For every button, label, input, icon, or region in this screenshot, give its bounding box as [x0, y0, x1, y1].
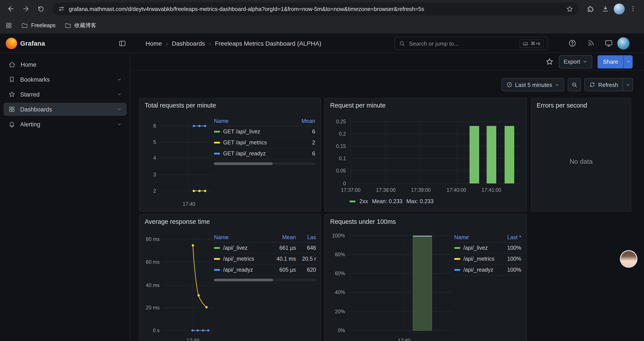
y-tick: 0.15 — [328, 143, 346, 149]
legend-row[interactable]: /api/_metrics 100% — [454, 254, 521, 265]
sidebar-item-bookmarks[interactable]: Bookmarks — [4, 73, 127, 86]
bookmark-freeleaps[interactable]: Freeleaps — [21, 22, 56, 29]
forward-button[interactable] — [19, 2, 32, 15]
grafana-logo[interactable] — [6, 38, 17, 49]
legend-col-name[interactable]: Name — [454, 234, 500, 240]
url-text[interactable]: grafana.mathmast.com/d/deytv4rwavabkb/fr… — [69, 6, 562, 12]
download-icon — [602, 5, 609, 13]
panel-title[interactable]: Request per minute — [330, 102, 386, 109]
address-bar[interactable]: grafana.mathmast.com/d/deytv4rwavabkb/fr… — [52, 3, 579, 15]
panel-title[interactable]: Requests under 100ms — [330, 218, 396, 225]
sidebar-item-dashboards[interactable]: Dashboards — [4, 103, 127, 116]
series-color-yellow — [214, 142, 220, 144]
sidebar-item-label: Starred — [20, 91, 40, 98]
legend-row[interactable]: /api/_readyz 100% — [454, 265, 521, 276]
chevron-down-icon — [555, 82, 560, 87]
legend-row[interactable]: /api/_livez 661 µs 646 — [214, 243, 316, 254]
y-tick: 4 — [142, 155, 156, 161]
extensions-button[interactable] — [584, 2, 597, 15]
reload-button[interactable] — [34, 2, 47, 15]
panel-title[interactable]: Errors per second — [536, 102, 587, 109]
x-tick: 17:37:00 — [337, 187, 365, 193]
legend-row[interactable]: GET /api/_readyz 6 — [214, 148, 315, 159]
panel-total-requests: Total requests per minute 6 5 4 3 2 17:4… — [139, 98, 321, 212]
search-input[interactable] — [409, 40, 516, 47]
refresh-icon — [590, 82, 596, 88]
site-settings-icon[interactable] — [58, 5, 65, 12]
legend-row[interactable]: /api/_metrics 40.1 ms 20.5 r — [214, 254, 316, 265]
breadcrumb-dashboards[interactable]: Dashboards — [172, 34, 205, 53]
time-range-picker[interactable]: Last 5 minutes — [502, 78, 564, 91]
browser-toolbar: grafana.mathmast.com/d/deytv4rwavabkb/fr… — [0, 0, 644, 18]
time-series-chart[interactable] — [159, 122, 213, 197]
scrollbar-thumb[interactable] — [214, 279, 273, 281]
help-button[interactable] — [568, 39, 576, 47]
scrollbar-thumb[interactable] — [214, 162, 273, 165]
time-series-chart[interactable] — [161, 237, 214, 334]
refresh-button[interactable]: Refresh — [584, 78, 623, 91]
share-button[interactable]: Share — [598, 55, 624, 68]
y-tick: 40 ms — [140, 282, 160, 288]
series-mean: 661 µs — [270, 245, 296, 251]
news-button[interactable] — [587, 39, 595, 47]
sidebar-item-home[interactable]: Home — [4, 58, 127, 71]
series-name: GET /api/_metrics — [223, 140, 267, 146]
y-tick: 6 — [142, 123, 156, 129]
bookmark-blog-folder[interactable]: 收藏博客 — [64, 22, 96, 29]
panel-title[interactable]: Total requests per minute — [145, 102, 216, 109]
browser-menu-button[interactable] — [626, 2, 640, 15]
zoom-out-time-button[interactable] — [568, 78, 581, 91]
y-tick: 80 ms — [140, 236, 160, 242]
folder-icon — [64, 22, 71, 29]
bookmarks-bar: Freeleaps 收藏博客 — [0, 18, 644, 34]
y-tick: 60 ms — [140, 259, 160, 265]
legend-col-name[interactable]: Name — [214, 118, 291, 124]
star-outline-icon — [545, 58, 554, 66]
legend-row[interactable]: GET /api/_metrics 2 — [214, 137, 315, 148]
legend-row[interactable]: /api/_livez 100% — [454, 243, 521, 254]
assistant-avatar[interactable] — [621, 251, 636, 267]
legend-scrollbar[interactable] — [214, 279, 316, 281]
reload-icon — [37, 5, 44, 13]
legend-row[interactable]: /api/_readyz 605 µs 620 — [214, 265, 316, 276]
bookmark-star-icon[interactable] — [566, 5, 574, 13]
dashboards-icon — [8, 106, 15, 113]
breadcrumb-home[interactable]: Home — [146, 34, 162, 53]
folder-icon — [21, 22, 28, 29]
favorite-dashboard-button[interactable] — [545, 58, 554, 66]
refresh-interval-button[interactable] — [622, 78, 633, 91]
bar-chart[interactable] — [350, 120, 520, 185]
downloads-button[interactable] — [599, 2, 612, 15]
y-tick: 80% — [326, 251, 345, 258]
export-button[interactable]: Export — [559, 55, 592, 68]
series-name: /api/_livez — [223, 245, 248, 251]
x-tick: 17:40 — [182, 337, 204, 341]
y-tick: 20% — [326, 308, 345, 315]
legend[interactable]: 2xx Mean: 0.233 Max: 0.233 — [350, 198, 434, 204]
legend-col-last[interactable]: Last * — [500, 234, 521, 240]
sidebar-toggle-button[interactable] — [118, 40, 126, 47]
series-name: /api/_metrics — [464, 256, 494, 262]
panel-title[interactable]: Average response time — [145, 218, 210, 225]
legend-scrollbar[interactable] — [214, 162, 315, 165]
legend-col-name[interactable]: Name — [214, 234, 270, 240]
apps-grid-button[interactable] — [5, 22, 12, 29]
legend-col-mean[interactable]: Mean — [270, 234, 296, 240]
user-avatar[interactable] — [617, 37, 630, 50]
display-button[interactable] — [604, 39, 613, 47]
series-color-green — [214, 247, 220, 249]
browser-profile-avatar[interactable] — [614, 3, 625, 14]
help-icon — [568, 39, 576, 47]
monitor-icon — [604, 39, 613, 47]
panel-errors-per-second: Errors per second No data — [531, 98, 631, 212]
sidebar-item-alerting[interactable]: Alerting — [4, 118, 127, 131]
share-menu-button[interactable] — [624, 55, 632, 68]
back-button[interactable] — [4, 2, 18, 15]
legend-row[interactable]: GET /api/_livez 6 — [214, 126, 315, 137]
series-mean: 2 — [291, 140, 315, 146]
legend-col-last[interactable]: Las — [296, 234, 316, 240]
legend-col-mean[interactable]: Mean — [291, 118, 315, 124]
search-box[interactable]: ⌘+k — [394, 37, 548, 50]
sidebar-item-starred[interactable]: Starred — [4, 88, 127, 101]
bar-chart[interactable] — [350, 233, 452, 333]
